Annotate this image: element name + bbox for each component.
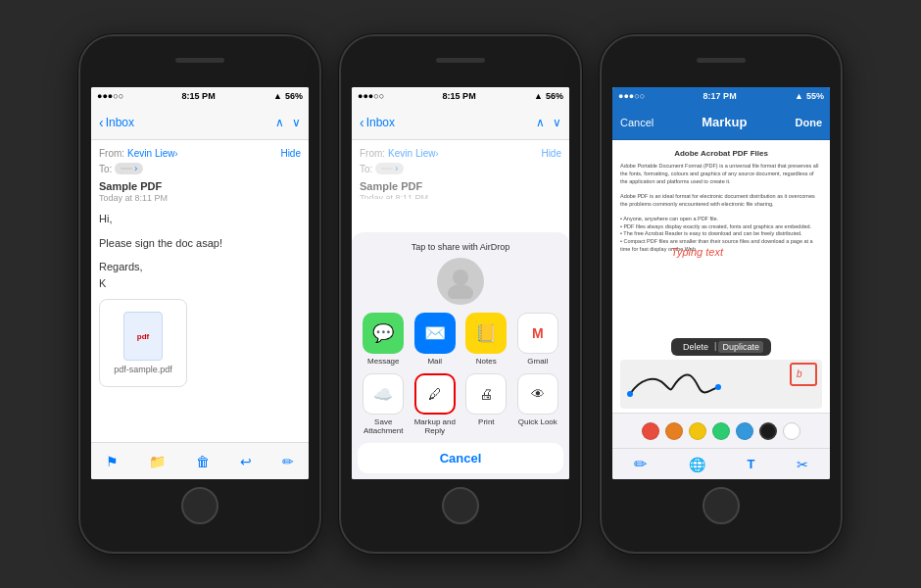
share-actions-row: ☁️ SaveAttachment 🖊 Markup andReply 🖨 Pr… — [358, 373, 563, 435]
email-date-1: Today at 8:11 PM — [99, 193, 301, 203]
color-orange[interactable] — [665, 422, 683, 440]
signal-dots: ●●●○○ — [97, 91, 123, 101]
back-button-1[interactable]: ‹ Inbox — [99, 115, 134, 130]
email-from-row-1: From: Kevin Liew › Hide — [99, 148, 301, 159]
signature-region: Delete | Duplicate b — [620, 338, 822, 409]
down-arrow-2[interactable]: ∨ — [553, 116, 561, 129]
pdf-attachment-1[interactable]: pdf pdf-sample.pdf — [99, 299, 187, 387]
email-date-2: Today at 8:11 PM — [360, 193, 561, 199]
from-chev-2: › — [435, 149, 438, 159]
markup-done-btn[interactable]: Done — [796, 117, 823, 128]
svg-point-3 — [715, 384, 721, 390]
share-app-mail[interactable]: ✉️ Mail — [414, 313, 456, 366]
hide-btn-2: Hide — [541, 148, 561, 159]
from-chevron-1: › — [174, 149, 177, 159]
phone-1: ●●●○○ 8:15 PM ▲ 56% ‹ Inbox ∧ ∨ From: — [78, 34, 321, 554]
gmail-app-label: Gmail — [527, 357, 548, 366]
color-black[interactable] — [759, 422, 777, 440]
body-line5: Regards, — [99, 259, 301, 275]
status-left-2: ●●●○○ — [358, 91, 384, 101]
compose-icon[interactable]: ✏ — [282, 454, 294, 469]
home-button-2[interactable] — [442, 487, 479, 524]
email-to-row-2: To: › — [360, 163, 561, 174]
reply-icon[interactable]: ↩ — [240, 454, 252, 469]
color-green[interactable] — [712, 422, 730, 440]
share-app-notes[interactable]: 📒 Notes — [465, 313, 507, 366]
email-body-1: Hi, Please sign the doc asap! Regards, K — [99, 211, 301, 291]
save-attachment-action[interactable]: ☁️ SaveAttachment — [363, 373, 404, 435]
from-name-1[interactable]: Kevin Liew — [127, 148, 174, 159]
delete-btn[interactable]: Delete — [679, 341, 712, 353]
back-chevron-2: ‹ — [360, 115, 364, 130]
pdf-preview: Adobe Acrobat PDF Files Adobe Portable D… — [612, 140, 830, 261]
message-app-icon: 💬 — [363, 313, 404, 354]
cancel-button-share[interactable]: Cancel — [358, 443, 563, 473]
quick-look-action[interactable]: 👁 Quick Look — [517, 373, 558, 435]
body-line1: Hi, — [99, 211, 301, 227]
markup-shape: b — [789, 362, 818, 391]
share-app-message[interactable]: 💬 Message — [363, 313, 404, 366]
notes-app-label: Notes — [476, 357, 497, 366]
share-app-gmail[interactable]: M Gmail — [517, 313, 558, 366]
signal-dots-2: ●●●○○ — [358, 91, 384, 101]
nav-bar-1: ‹ Inbox ∧ ∨ — [91, 105, 309, 140]
phone-3: ●●●○○ 8:17 PM ▲ 55% Cancel Markup Done A… — [600, 34, 843, 554]
color-white[interactable] — [783, 422, 800, 440]
wifi-icon-1: ▲ — [273, 91, 282, 101]
print-action[interactable]: 🖨 Print — [465, 373, 507, 435]
gmail-app-icon: M — [517, 313, 558, 354]
time-3: 8:17 PM — [703, 91, 737, 101]
speaker-2 — [436, 58, 485, 63]
wifi-icon-3: ▲ — [795, 91, 803, 101]
markup-tools-row: ✏ 🌐 T ✂ — [612, 448, 830, 479]
email-subject-1: Sample PDF — [99, 180, 301, 192]
folder-icon[interactable]: 📁 — [149, 454, 166, 469]
markup-reply-icon: 🖊 — [414, 373, 456, 415]
body-line3: Please sign the doc asap! — [99, 235, 301, 252]
print-icon: 🖨 — [465, 373, 507, 415]
pdf-preview-body: Adobe Portable Document Format (PDF) is … — [620, 163, 822, 253]
from-label-2: From: — [360, 148, 385, 159]
markup-reply-action[interactable]: 🖊 Markup andReply — [414, 373, 456, 435]
home-button-1[interactable] — [181, 487, 218, 524]
status-right-2: ▲ 56% — [534, 91, 563, 101]
body-line6: K — [99, 275, 301, 292]
up-arrow-2[interactable]: ∧ — [536, 116, 545, 129]
svg-point-1 — [448, 284, 473, 299]
signature-area: b — [620, 360, 822, 409]
status-left-3: ●●●○○ — [618, 91, 645, 101]
typing-text-annotation: Typing text — [671, 246, 723, 258]
trash-icon[interactable]: 🗑 — [196, 454, 210, 469]
color-blue[interactable] — [736, 422, 753, 440]
hide-btn-1[interactable]: Hide — [280, 148, 301, 159]
markup-cancel-btn[interactable]: Cancel — [620, 117, 654, 128]
text-tool[interactable]: T — [748, 457, 755, 471]
speaker-3 — [697, 58, 746, 63]
mail-app-icon: ✉️ — [414, 313, 456, 354]
flag-icon[interactable]: ⚑ — [106, 454, 119, 469]
pdf-name-1: pdf-sample.pdf — [114, 365, 172, 374]
back-button-2[interactable]: ‹ Inbox — [360, 115, 395, 130]
down-arrow-1[interactable]: ∨ — [292, 116, 301, 129]
pencil-tool[interactable]: ✏ — [634, 455, 647, 473]
back-label-1: Inbox — [106, 116, 134, 129]
nav-arrows-2: ∧ ∨ — [536, 116, 561, 129]
status-bar-2: ●●●○○ 8:15 PM ▲ 56% — [352, 87, 569, 105]
scissors-tool[interactable]: ✂ — [797, 457, 808, 472]
body-line2 — [99, 227, 301, 235]
status-right-3: ▲ 55% — [795, 91, 824, 101]
wifi-icon-2: ▲ — [534, 91, 543, 101]
sig-action-toolbar: Delete | Duplicate — [671, 338, 771, 356]
from-name-2: Kevin Liew — [388, 148, 435, 159]
up-arrow-1[interactable]: ∧ — [275, 116, 284, 129]
globe-tool[interactable]: 🌐 — [689, 457, 705, 472]
svg-point-2 — [627, 391, 633, 397]
status-bar-3: ●●●○○ 8:17 PM ▲ 55% — [612, 87, 830, 105]
color-red[interactable] — [642, 422, 659, 440]
color-yellow[interactable] — [689, 422, 706, 440]
email-subject-2: Sample PDF — [360, 180, 561, 192]
quick-look-label: Quick Look — [518, 417, 557, 426]
home-button-3[interactable] — [703, 487, 740, 524]
duplicate-btn[interactable]: Duplicate — [718, 341, 763, 353]
to-addr-2: › — [375, 163, 404, 174]
